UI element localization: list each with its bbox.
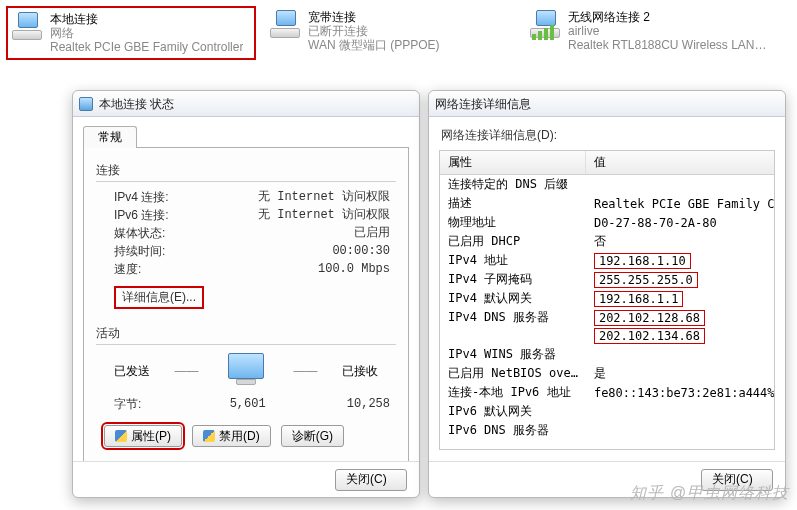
details-value	[586, 345, 775, 364]
divider	[96, 181, 396, 182]
properties-button[interactable]: 属性(P)	[104, 425, 182, 447]
connection-status-dialog: 本地连接 状态 常规 连接 IPv4 连接:无 Internet 访问权限IPv…	[72, 90, 420, 498]
adapter-item[interactable]: 本地连接网络Realtek PCIe GBE Family Controller	[6, 6, 256, 60]
adapter-status: 网络	[50, 26, 243, 40]
details-row: 已启用 NetBIOS ove…是	[440, 364, 775, 383]
ethernet-adapter-icon	[270, 10, 302, 42]
details-value: 192.168.1.1	[586, 289, 775, 308]
status-row: 媒体状态:已启用	[96, 224, 396, 242]
status-row: IPv4 连接:无 Internet 访问权限	[96, 188, 396, 206]
details-row: 物理地址D0-27-88-70-2A-80	[440, 213, 775, 232]
close-button[interactable]: 关闭(C)	[335, 469, 407, 491]
adapter-item[interactable]: 无线网络连接 2airliveRealtek RTL8188CU Wireles…	[526, 6, 776, 60]
close-button[interactable]: 关闭(C)	[701, 469, 773, 491]
col-value[interactable]: 值	[586, 151, 775, 175]
status-key: IPv6 连接:	[114, 206, 169, 224]
details-row: 已启用 DHCP否	[440, 232, 775, 251]
details-value: 否	[586, 232, 775, 251]
divider	[96, 344, 396, 345]
status-value: 00:00:30	[332, 242, 390, 260]
details-button[interactable]: 详细信息(E)...	[114, 286, 204, 309]
action-buttons: 属性(P) 禁用(D) 诊断(G)	[104, 425, 396, 447]
properties-button-label: 属性(P)	[131, 428, 171, 445]
section-connection: 连接	[96, 162, 396, 179]
dialog-titlebar[interactable]: 网络连接详细信息	[429, 91, 785, 117]
adapter-device: WAN 微型端口 (PPPOE)	[308, 38, 440, 52]
details-property: IPv4 WINS 服务器	[440, 345, 586, 364]
adapter-status: 已断开连接	[308, 24, 440, 38]
details-property: 物理地址	[440, 213, 586, 232]
details-property: IPv6 DNS 服务器	[440, 421, 586, 440]
status-key: 速度:	[114, 260, 141, 278]
shield-icon	[203, 430, 215, 442]
details-row: 描述Realtek PCIe GBE Family Controller	[440, 194, 775, 213]
status-value: 100.0 Mbps	[318, 260, 390, 278]
disable-button-label: 禁用(D)	[219, 428, 260, 445]
status-row: IPv6 连接:无 Internet 访问权限	[96, 206, 396, 224]
dialog-title: 本地连接 状态	[99, 91, 174, 117]
adapter-name: 本地连接	[50, 12, 243, 26]
sent-label: 已发送	[114, 363, 150, 380]
details-value: D0-27-88-70-2A-80	[586, 213, 775, 232]
details-row: 连接特定的 DNS 后缀	[440, 175, 775, 195]
details-row: IPv6 默认网关	[440, 402, 775, 421]
details-value: 202.102.128.68	[586, 308, 775, 327]
dialog-title: 网络连接详细信息	[435, 91, 531, 117]
recv-label: 已接收	[342, 363, 378, 380]
disable-button[interactable]: 禁用(D)	[192, 425, 271, 447]
status-value: 无 Internet 访问权限	[258, 206, 390, 224]
activity-row: 已发送 —— —— 已接收	[96, 353, 396, 389]
details-property: 描述	[440, 194, 586, 213]
details-value: Realtek PCIe GBE Family Controller	[586, 194, 775, 213]
bytes-sent: 5,601	[176, 395, 266, 413]
ethernet-adapter-icon	[12, 12, 44, 44]
status-key: 媒体状态:	[114, 224, 165, 242]
dialog-titlebar[interactable]: 本地连接 状态	[73, 91, 419, 117]
adapter-device: Realtek RTL8188CU Wireless LAN 8…	[568, 38, 768, 52]
diagnose-button-label: 诊断(G)	[292, 428, 333, 445]
status-value: 已启用	[354, 224, 390, 242]
details-row: 202.102.134.68	[440, 327, 775, 345]
adapter-status: airlive	[568, 24, 768, 38]
status-value: 无 Internet 访问权限	[258, 188, 390, 206]
details-row: 连接-本地 IPv6 地址fe80::143:be73:2e81:a444%11	[440, 383, 775, 402]
bytes-label: 字节:	[114, 395, 141, 413]
tab-strip: 常规	[83, 125, 409, 147]
details-row: IPv4 默认网关192.168.1.1	[440, 289, 775, 308]
status-row: 速度:100.0 Mbps	[96, 260, 396, 278]
adapter-name: 无线网络连接 2	[568, 10, 768, 24]
status-key: IPv4 连接:	[114, 188, 169, 206]
network-icon	[79, 97, 93, 111]
details-row: IPv6 DNS 服务器	[440, 421, 775, 440]
details-list-label: 网络连接详细信息(D):	[441, 127, 775, 144]
details-row: IPv4 地址192.168.1.10	[440, 251, 775, 270]
details-property: IPv4 地址	[440, 251, 586, 270]
adapter-item[interactable]: 宽带连接已断开连接WAN 微型端口 (PPPOE)	[266, 6, 516, 60]
details-grid[interactable]: 属性 值 连接特定的 DNS 后缀描述Realtek PCIe GBE Fami…	[439, 150, 775, 450]
activity-icon	[223, 353, 269, 389]
details-value: 192.168.1.10	[586, 251, 775, 270]
tab-general[interactable]: 常规	[83, 126, 137, 148]
bytes-recv: 10,258	[300, 395, 390, 413]
details-row: IPv4 WINS 服务器	[440, 345, 775, 364]
details-property: 连接特定的 DNS 后缀	[440, 175, 586, 195]
details-property: 已启用 DHCP	[440, 232, 586, 251]
col-property[interactable]: 属性	[440, 151, 586, 175]
details-value: 255.255.255.0	[586, 270, 775, 289]
connection-details-dialog: 网络连接详细信息 网络连接详细信息(D): 属性 值 连接特定的 DNS 后缀描…	[428, 90, 786, 498]
details-property: IPv6 默认网关	[440, 402, 586, 421]
details-property: IPv4 默认网关	[440, 289, 586, 308]
adapter-device: Realtek PCIe GBE Family Controller	[50, 40, 243, 54]
adapter-name: 宽带连接	[308, 10, 440, 24]
tab-panel: 连接 IPv4 连接:无 Internet 访问权限IPv6 连接:无 Inte…	[83, 147, 409, 461]
details-property: IPv4 DNS 服务器	[440, 308, 586, 327]
details-value: fe80::143:be73:2e81:a444%11	[586, 383, 775, 402]
details-property: 已启用 NetBIOS ove…	[440, 364, 586, 383]
details-value	[586, 402, 775, 421]
wifi-adapter-icon	[530, 10, 562, 42]
diagnose-button[interactable]: 诊断(G)	[281, 425, 344, 447]
details-value	[586, 175, 775, 195]
details-property	[440, 327, 586, 345]
details-value	[586, 421, 775, 440]
section-activity: 活动	[96, 325, 396, 342]
